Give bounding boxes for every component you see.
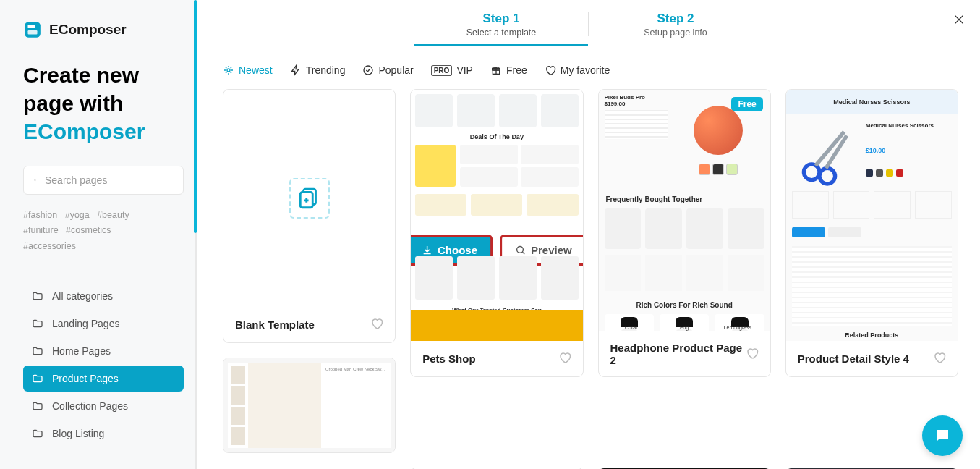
template-grid: Blank Template Free [223,89,958,469]
folder-icon [32,345,43,357]
blank-thumb [223,90,395,307]
filter-vip[interactable]: PRO VIP [431,64,473,76]
filter-popular[interactable]: Popular [362,64,413,76]
template-thumb: Free Cropped Marl Crew Neck Sw... [223,358,395,452]
search-box[interactable] [23,166,184,195]
button-label: Choose [438,244,477,256]
tag[interactable]: #cosmetics [66,225,111,235]
tag[interactable]: #beauty [97,210,129,220]
nav-label: All categories [52,290,113,302]
favorite-toggle[interactable] [558,351,571,366]
tag[interactable]: #fashion [23,210,57,220]
card-title: Blank Template [235,318,315,331]
nav-blog-listing[interactable]: Blog Listing [23,421,184,447]
new-page-icon [297,186,322,211]
main-area: Step 1 Select a template Step 2 Setup pa… [197,0,980,469]
filter-label: Popular [378,64,413,76]
favorite-toggle[interactable] [370,317,383,332]
tag-cloud: #fashion #yoga #beauty #funiture #cosmet… [23,208,184,254]
svg-point-3 [35,179,36,181]
nav-home-pages[interactable]: Home Pages [23,338,184,364]
product-name: Medical Nurses Scissors [866,122,952,130]
nav-all-categories[interactable]: All categories [23,283,184,309]
nav-label: Blog Listing [52,428,104,439]
nav-landing-pages[interactable]: Landing Pages [23,310,184,337]
color-label: Lemongrass [711,325,764,330]
heart-icon [933,351,946,364]
template-card[interactable]: Free Cropped Marl Crew Neck Sw... [223,358,396,453]
nav-label: Product Pages [52,373,119,384]
nav-product-pages[interactable]: Product Pages [23,366,184,392]
folder-icon [32,290,43,302]
template-card-pets[interactable]: Free Deals Of The Day Choose [410,89,583,377]
chat-icon [934,427,951,444]
svg-rect-0 [25,22,41,38]
brand: EComposer [23,20,184,39]
step-subtitle: Select a template [414,28,588,38]
step-2[interactable]: Step 2 Setup page info [589,7,762,46]
sparkle-icon [223,64,234,76]
filter-trending[interactable]: Trending [290,64,346,76]
heart-icon [545,64,556,76]
nav-label: Collection Pages [52,400,128,412]
folder-icon [32,428,43,439]
nav-collection-pages[interactable]: Collection Pages [23,393,184,419]
step-title: Step 1 [414,12,588,26]
card-footer: Blank Template [223,307,395,342]
scissors-icon [793,122,858,194]
step-1[interactable]: Step 1 Select a template [414,7,588,46]
filter-favorite[interactable]: My favorite [545,64,610,76]
card-title: Product Detail Style 4 [798,352,909,365]
hero-line-2: page with [23,91,123,115]
template-card-blank[interactable]: Blank Template [223,89,396,343]
folder-icon [32,400,43,412]
tag[interactable]: #funiture [23,225,59,235]
section-heading: Deals Of The Day [415,133,578,140]
card-footer: Product Detail Style 4 [786,341,958,376]
product-price: £10.00 [866,146,952,156]
favorite-toggle[interactable] [933,351,946,366]
template-card-headphone[interactable]: Free Pixel Buds Pro $199.00 [598,89,771,377]
brand-name: EComposer [49,22,127,38]
hero-line-3: EComposer [23,119,145,143]
gift-icon [490,64,502,76]
search-icon [515,245,526,255]
chat-button[interactable] [922,415,963,456]
sidebar: EComposer Create new page with EComposer… [0,0,197,469]
search-icon [34,174,36,186]
folder-icon [32,373,43,384]
svg-point-19 [819,168,835,184]
banner-title: Medical Nurses Scissors [786,90,958,114]
svg-rect-2 [28,30,38,34]
template-thumb: Free Deals Of The Day Choose [411,90,582,341]
tag[interactable]: #accessories [23,241,76,251]
category-nav: All categories Landing Pages Home Pages … [23,283,184,447]
template-card-medical[interactable]: Free Medical Nurses Scissors Medical Nur… [785,89,958,377]
close-button[interactable] [953,13,966,28]
section-heading: Related Products [786,331,958,339]
filter-label: Free [506,64,527,76]
folder-icon [32,318,43,329]
hero-line-1: Create new [23,63,139,87]
svg-line-4 [35,181,36,182]
card-title: Pets Shop [422,352,475,365]
filter-free[interactable]: Free [490,64,527,76]
close-icon [953,13,966,26]
card-title: Headphone Product Page 2 [610,342,746,366]
svg-point-8 [364,66,372,75]
pro-badge-icon: PRO [431,65,453,76]
filter-newest[interactable]: Newest [223,64,273,76]
color-label: Coral [605,325,658,330]
filter-label: VIP [456,64,473,76]
favorite-toggle[interactable] [746,347,759,362]
download-icon [422,245,433,255]
svg-point-16 [517,247,524,253]
bolt-icon [290,64,302,76]
tag[interactable]: #yoga [65,210,90,220]
step-tabs: Step 1 Select a template Step 2 Setup pa… [197,0,980,46]
heart-icon [558,351,571,364]
button-label: Preview [531,244,572,256]
template-thumb: Free Pixel Buds Pro $199.00 [599,90,770,331]
search-input[interactable] [43,174,173,187]
filter-label: Trending [306,64,346,76]
